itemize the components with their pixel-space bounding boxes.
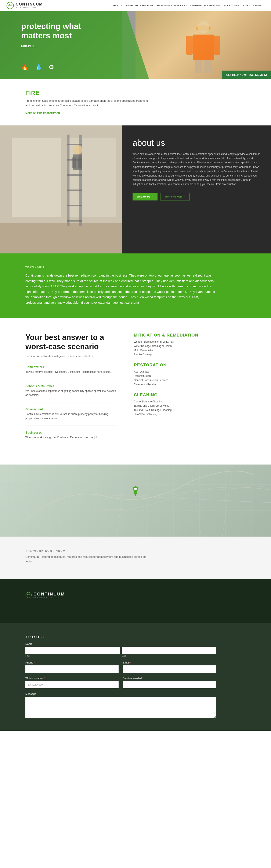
best-answer-title: Your best answer to a worst-case scenari… [25, 333, 117, 351]
service-item: Smoke Damage [134, 352, 246, 356]
message-textarea[interactable] [25, 697, 216, 718]
svg-point-21 [73, 145, 82, 154]
svg-rect-7 [214, 36, 220, 55]
testimonial-text: Continuum is hands down the best remedia… [25, 273, 216, 305]
best-answer-subtitle: Continuum Restoration mitigates, restore… [25, 354, 117, 358]
svg-line-27 [42, 465, 64, 536]
svg-point-2 [197, 21, 209, 33]
location-select[interactable]: Ex: Lafayette [25, 681, 118, 688]
nav-emergency[interactable]: EMERGENCY SERVICES [126, 4, 153, 7]
about-image [0, 125, 122, 254]
hero-section: protecting what matters most Learn More … [0, 11, 271, 79]
name-label: Name [25, 643, 216, 646]
message-field-group: Message [25, 692, 216, 718]
svg-rect-18 [67, 189, 82, 191]
email-input[interactable] [123, 665, 216, 673]
room-image-icon [0, 125, 122, 254]
nav-about[interactable]: ABOUT ▾ [112, 4, 122, 7]
services-restoration-title: RESTORATION [134, 363, 246, 368]
hero-learn-more-button[interactable]: Learn More → [21, 44, 37, 47]
about-buttons: What We Do → Where We Work → [133, 193, 261, 200]
audience-government-title: Government [25, 407, 117, 411]
audience-schools-title: Schools & Churches [25, 384, 117, 388]
where-we-work-button[interactable]: Where We Work → [160, 193, 190, 200]
map-graphic [0, 465, 271, 536]
logo-title: CONTINUUM [16, 2, 43, 6]
service-item: Water Damage (flooding or leaks) [134, 344, 246, 348]
audience-government: Government Continuum Restoration is well… [25, 407, 117, 426]
service-item: Tile and Grout, Damage Cleaning [134, 408, 246, 412]
service-item: Carpet Damage Cleaning [134, 399, 246, 404]
best-answer-right: MITIGATION & REMEDIATION Weather Damage … [134, 333, 246, 450]
about-description: When circumstances are at their worst, t… [133, 152, 261, 186]
hero-gear-icon: ⚙ [49, 64, 54, 70]
svg-rect-10 [0, 223, 122, 253]
map-placeholder [0, 465, 271, 536]
fire-heading: FIRE [25, 90, 237, 96]
nav-contact[interactable]: CONTACT [253, 4, 265, 7]
service-field-group: Service Needed * [123, 677, 216, 688]
about-image-inner [0, 125, 122, 254]
nav-commercial[interactable]: COMMERCIAL SERVICES ▾ [190, 4, 220, 7]
extra-desc: Continuum Restoration mitigates, restore… [25, 555, 153, 564]
services-mitigation: MITIGATION & REMEDIATION Weather Damage … [134, 333, 246, 356]
services-mitigation-title: MITIGATION & REMEDIATION [134, 333, 246, 338]
service-item: Weather Damage (storm, wind, hail) [134, 340, 246, 344]
service-item: Emergency Repairs [134, 382, 246, 386]
svg-rect-6 [186, 36, 193, 55]
audience-government-desc: Continuum Restoration is well-versed in … [25, 412, 117, 420]
fire-section: FIRE From kitchen accidents to large-sca… [0, 79, 271, 125]
hero-title: protecting what matters most [21, 22, 89, 40]
svg-line-28 [116, 465, 127, 536]
hero-worker-image [135, 11, 271, 79]
map-section [0, 465, 271, 536]
fire-description: From kitchen accidents to large-scale di… [25, 99, 153, 107]
audience-homeowners-title: Homeowners [25, 365, 117, 369]
footer-col-logo: CONTINUUM RESTORATION [25, 592, 65, 602]
location-label: Which location * [25, 677, 118, 680]
logo[interactable]: CONTINUUM RESTORATION [6, 2, 43, 9]
svg-rect-23 [72, 157, 76, 168]
first-label: First [25, 655, 120, 657]
footer-logo: CONTINUUM RESTORATION [25, 592, 65, 598]
nav-blog[interactable]: BLOG [243, 4, 249, 7]
hero-fire-icon: 🔥 [21, 64, 29, 70]
phone-field-group: Phone * [25, 661, 118, 673]
about-section: about us When circumstances are at their… [0, 125, 271, 254]
hero-icons-row: 🔥 💧 ⚙ [21, 64, 54, 70]
phone-label: Phone * [25, 661, 118, 664]
footer-logo-sub: RESTORATION [33, 596, 65, 598]
best-answer-left: Your best answer to a worst-case scenari… [25, 333, 117, 450]
worker-silhouette-icon [182, 16, 225, 75]
get-help-button[interactable]: GET HELP NOW: 866.430.3813 [222, 70, 271, 79]
hero-content: protecting what matters most Learn More … [21, 22, 89, 48]
svg-rect-24 [78, 157, 82, 168]
main-nav: ABOUT ▾ EMERGENCY SERVICES RESIDENTIAL S… [112, 4, 265, 7]
last-name-input[interactable] [122, 647, 216, 654]
first-name-group: First [25, 647, 120, 657]
service-item: General Construction Services [134, 378, 246, 382]
chevron-down-icon: ▾ [186, 5, 187, 6]
service-input[interactable] [123, 681, 216, 688]
first-name-input[interactable] [25, 647, 120, 654]
nav-residential[interactable]: RESIDENTIAL SERVICES ▾ [157, 4, 187, 7]
what-we-do-button[interactable]: What We Do → [133, 193, 158, 200]
nav-locations[interactable]: LOCATIONS ▾ [224, 4, 239, 7]
site-footer: CONTINUUM RESTORATION [0, 579, 271, 623]
contact-section-label: CONTACT US [25, 636, 246, 638]
chevron-down-icon: ▾ [238, 5, 239, 6]
fire-read-more-link[interactable]: More On Fire Restoration → [25, 112, 63, 115]
phone-input[interactable] [25, 665, 118, 673]
contact-section: CONTACT US Name First Last Phone * [0, 623, 271, 731]
services-cleaning: CLEANING Carpet Damage Cleaning Tarping … [134, 393, 246, 416]
svg-line-29 [191, 465, 201, 536]
services-cleaning-title: CLEANING [134, 393, 246, 397]
logo-text: CONTINUUM RESTORATION [16, 2, 43, 9]
testimonial-section: TESTIMONIAL Continuum is hands down the … [0, 253, 271, 318]
svg-rect-13 [67, 134, 70, 226]
footer-logo-icon [25, 592, 32, 598]
services-restoration: RESTORATION Roof Damage Reconstruction G… [134, 363, 246, 386]
audience-businesses-title: Businesses [25, 431, 117, 434]
svg-rect-3 [193, 35, 214, 60]
about-title: about us [133, 138, 261, 148]
